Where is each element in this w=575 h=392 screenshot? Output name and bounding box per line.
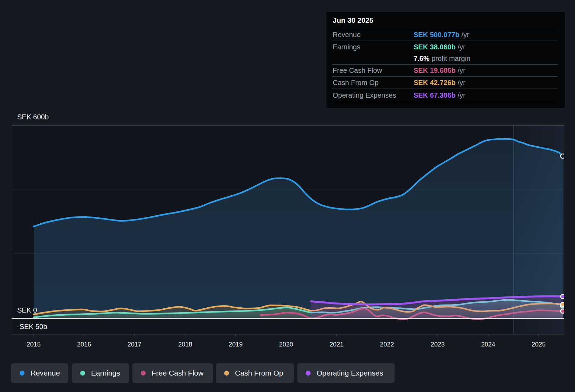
svg-text:2025: 2025	[532, 341, 546, 348]
svg-text:2018: 2018	[178, 341, 192, 348]
svg-text:2016: 2016	[77, 341, 91, 348]
svg-text:2019: 2019	[229, 341, 243, 348]
svg-text:2023: 2023	[431, 341, 445, 348]
svg-text:2022: 2022	[380, 341, 394, 348]
svg-text:SEK 600b: SEK 600b	[17, 113, 49, 121]
svg-text:2024: 2024	[481, 341, 495, 348]
svg-text:2021: 2021	[330, 341, 344, 348]
svg-text:SEK 0: SEK 0	[17, 306, 37, 314]
svg-text:-SEK 50b: -SEK 50b	[17, 323, 47, 330]
svg-text:2015: 2015	[27, 341, 41, 348]
svg-text:2017: 2017	[127, 341, 141, 348]
svg-text:2020: 2020	[279, 341, 293, 348]
